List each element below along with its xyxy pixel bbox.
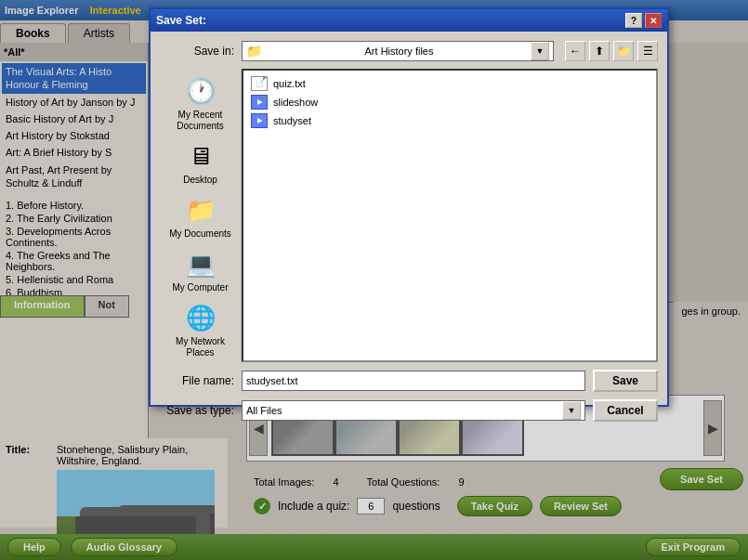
dialog-controls: ? ✕ bbox=[625, 13, 662, 28]
documents-icon: 📁 bbox=[182, 193, 219, 227]
save-in-dropdown[interactable]: 📁 Art History files ▼ bbox=[242, 41, 554, 61]
dropdown-arrow[interactable]: ▼ bbox=[531, 42, 549, 60]
nav-new-folder-button[interactable]: 📁 bbox=[613, 41, 634, 61]
file-name-slideshow: slideshow bbox=[273, 97, 318, 108]
sidebar-computer-label: My Computer bbox=[172, 282, 228, 293]
nav-up-button[interactable]: ⬆ bbox=[589, 41, 610, 61]
filename-label: File name: bbox=[160, 374, 234, 387]
sidebar-item-documents[interactable]: 📁 My Documents bbox=[164, 189, 238, 243]
dialog-cancel-button[interactable]: Cancel bbox=[593, 399, 658, 422]
saveastype-value: All Files bbox=[246, 405, 282, 416]
saveastype-label: Save as type: bbox=[160, 404, 234, 417]
nav-back-button[interactable]: ← bbox=[565, 41, 585, 61]
sidebar-documents-label: My Documents bbox=[169, 228, 231, 240]
file-icon-studyset: ▶ bbox=[251, 113, 268, 128]
nav-view-button[interactable]: ☰ bbox=[637, 41, 658, 61]
save-set-dialog: Save Set: ? ✕ Save in: 📁 Art History fil… bbox=[149, 7, 669, 407]
filename-input[interactable] bbox=[242, 371, 585, 391]
dialog-close-button[interactable]: ✕ bbox=[645, 13, 662, 28]
dialog-body: Save in: 📁 Art History files ▼ ← ⬆ 📁 ☰ 🕐 bbox=[151, 32, 667, 431]
filename-row: File name: Save bbox=[160, 370, 658, 392]
saveastype-dropdown[interactable]: All Files ▼ bbox=[242, 400, 585, 421]
sidebar-item-network[interactable]: 🌐 My Network Places bbox=[164, 297, 238, 362]
sidebar-item-desktop[interactable]: 🖥 Desktop bbox=[164, 136, 238, 189]
file-item-studyset[interactable]: ▶ studyset bbox=[247, 111, 652, 130]
desktop-icon: 🖥 bbox=[182, 139, 219, 173]
dialog-titlebar: Save Set: ? ✕ bbox=[151, 9, 667, 32]
computer-icon: 💻 bbox=[182, 247, 219, 280]
saveastype-arrow[interactable]: ▼ bbox=[562, 401, 581, 420]
sidebar-item-computer[interactable]: 💻 My Computer bbox=[164, 243, 238, 297]
dialog-main-area: 🕐 My RecentDocuments 🖥 Desktop 📁 My Docu… bbox=[160, 69, 658, 362]
file-item-slideshow[interactable]: ▶ slideshow bbox=[247, 93, 652, 111]
file-item-quiz[interactable]: 📄 quiz.txt bbox=[247, 74, 652, 93]
file-icon-slideshow: ▶ bbox=[251, 95, 268, 110]
sidebar-network-label: My Network Places bbox=[165, 336, 236, 358]
dialog-title: Save Set: bbox=[156, 14, 206, 27]
file-name-quiz: quiz.txt bbox=[273, 78, 306, 89]
sidebar-recent-label: My RecentDocuments bbox=[177, 110, 224, 132]
file-icon-quiz: 📄 bbox=[251, 76, 268, 91]
nav-bar: ← ⬆ 📁 ☰ bbox=[565, 41, 658, 61]
file-list-area: 📄 quiz.txt ▶ slideshow ▶ studyset bbox=[242, 69, 658, 362]
save-in-label: Save in: bbox=[160, 45, 234, 58]
save-in-row: Save in: 📁 Art History files ▼ ← ⬆ 📁 ☰ bbox=[160, 41, 658, 61]
saveastype-row: Save as type: All Files ▼ Cancel bbox=[160, 399, 658, 422]
file-name-studyset: studyset bbox=[273, 115, 311, 126]
sidebar-desktop-label: Desktop bbox=[183, 175, 217, 186]
network-icon: 🌐 bbox=[182, 301, 219, 334]
dialog-save-button[interactable]: Save bbox=[593, 370, 658, 392]
recent-icon: 🕐 bbox=[182, 74, 219, 108]
dialog-help-button[interactable]: ? bbox=[625, 13, 642, 28]
dialog-sidebar: 🕐 My RecentDocuments 🖥 Desktop 📁 My Docu… bbox=[160, 69, 242, 362]
save-in-value: Art History files bbox=[365, 46, 434, 57]
sidebar-item-recent[interactable]: 🕐 My RecentDocuments bbox=[164, 71, 238, 136]
